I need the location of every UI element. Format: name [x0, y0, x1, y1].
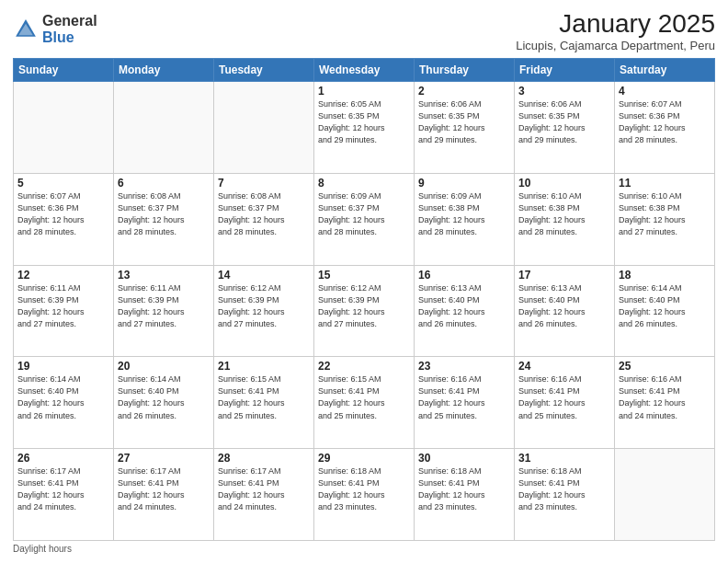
day-number: 12 [17, 269, 109, 282]
calendar-week-3: 12Sunrise: 6:11 AM Sunset: 6:39 PM Dayli… [14, 265, 715, 357]
table-row: 24Sunrise: 6:16 AM Sunset: 6:41 PM Dayli… [515, 357, 615, 449]
day-number: 8 [318, 177, 410, 190]
day-number: 11 [619, 177, 711, 190]
calendar-week-4: 19Sunrise: 6:14 AM Sunset: 6:40 PM Dayli… [14, 357, 715, 449]
col-saturday: Saturday [615, 59, 715, 82]
day-number: 1 [318, 85, 410, 98]
table-row: 13Sunrise: 6:11 AM Sunset: 6:39 PM Dayli… [114, 265, 214, 357]
day-number: 2 [418, 85, 510, 98]
col-friday: Friday [515, 59, 615, 82]
table-row: 7Sunrise: 6:08 AM Sunset: 6:37 PM Daylig… [214, 173, 314, 265]
day-info: Sunrise: 6:11 AM Sunset: 6:39 PM Dayligh… [118, 282, 210, 330]
day-info: Sunrise: 6:18 AM Sunset: 6:41 PM Dayligh… [418, 465, 510, 513]
day-number: 10 [518, 177, 610, 190]
day-info: Sunrise: 6:14 AM Sunset: 6:40 PM Dayligh… [619, 282, 711, 330]
table-row: 4Sunrise: 6:07 AM Sunset: 6:36 PM Daylig… [615, 82, 715, 174]
day-info: Sunrise: 6:08 AM Sunset: 6:37 PM Dayligh… [118, 190, 210, 238]
day-info: Sunrise: 6:09 AM Sunset: 6:38 PM Dayligh… [418, 190, 510, 238]
day-info: Sunrise: 6:16 AM Sunset: 6:41 PM Dayligh… [418, 373, 510, 421]
day-number: 20 [118, 360, 210, 373]
logo-general-text: General [42, 13, 97, 29]
day-info: Sunrise: 6:14 AM Sunset: 6:40 PM Dayligh… [17, 373, 109, 421]
table-row: 8Sunrise: 6:09 AM Sunset: 6:37 PM Daylig… [314, 173, 415, 265]
table-row: 17Sunrise: 6:13 AM Sunset: 6:40 PM Dayli… [515, 265, 615, 357]
day-number: 28 [218, 452, 310, 465]
table-row [214, 82, 314, 174]
table-row: 1Sunrise: 6:05 AM Sunset: 6:35 PM Daylig… [314, 82, 415, 174]
col-wednesday: Wednesday [314, 59, 415, 82]
footer-note: Daylight hours [13, 544, 715, 554]
day-info: Sunrise: 6:06 AM Sunset: 6:35 PM Dayligh… [418, 98, 510, 146]
day-number: 18 [619, 269, 711, 282]
day-number: 6 [118, 177, 210, 190]
day-info: Sunrise: 6:06 AM Sunset: 6:35 PM Dayligh… [518, 98, 610, 146]
day-number: 16 [418, 269, 510, 282]
table-row: 14Sunrise: 6:12 AM Sunset: 6:39 PM Dayli… [214, 265, 314, 357]
month-title: January 2025 [516, 9, 715, 39]
subtitle: Licupis, Cajamarca Department, Peru [516, 39, 715, 52]
calendar-week-5: 26Sunrise: 6:17 AM Sunset: 6:41 PM Dayli… [14, 449, 715, 541]
day-info: Sunrise: 6:16 AM Sunset: 6:41 PM Dayligh… [518, 373, 610, 421]
day-info: Sunrise: 6:05 AM Sunset: 6:35 PM Dayligh… [318, 98, 410, 146]
table-row [114, 82, 214, 174]
day-number: 21 [218, 360, 310, 373]
table-row: 2Sunrise: 6:06 AM Sunset: 6:35 PM Daylig… [415, 82, 515, 174]
day-number: 24 [518, 360, 610, 373]
table-row: 12Sunrise: 6:11 AM Sunset: 6:39 PM Dayli… [14, 265, 114, 357]
day-info: Sunrise: 6:13 AM Sunset: 6:40 PM Dayligh… [418, 282, 510, 330]
day-info: Sunrise: 6:17 AM Sunset: 6:41 PM Dayligh… [118, 465, 210, 513]
day-number: 14 [218, 269, 310, 282]
day-info: Sunrise: 6:11 AM Sunset: 6:39 PM Dayligh… [17, 282, 109, 330]
table-row: 25Sunrise: 6:16 AM Sunset: 6:41 PM Dayli… [615, 357, 715, 449]
day-info: Sunrise: 6:18 AM Sunset: 6:41 PM Dayligh… [518, 465, 610, 513]
day-info: Sunrise: 6:08 AM Sunset: 6:37 PM Dayligh… [218, 190, 310, 238]
day-info: Sunrise: 6:16 AM Sunset: 6:41 PM Dayligh… [619, 373, 711, 421]
day-number: 5 [17, 177, 109, 190]
day-number: 27 [118, 452, 210, 465]
day-info: Sunrise: 6:17 AM Sunset: 6:41 PM Dayligh… [218, 465, 310, 513]
page: General Blue January 2025 Licupis, Cajam… [0, 0, 728, 563]
table-row: 23Sunrise: 6:16 AM Sunset: 6:41 PM Dayli… [415, 357, 515, 449]
day-number: 17 [518, 269, 610, 282]
table-row: 31Sunrise: 6:18 AM Sunset: 6:41 PM Dayli… [515, 449, 615, 541]
table-row: 22Sunrise: 6:15 AM Sunset: 6:41 PM Dayli… [314, 357, 415, 449]
calendar-week-1: 1Sunrise: 6:05 AM Sunset: 6:35 PM Daylig… [14, 82, 715, 174]
day-number: 30 [418, 452, 510, 465]
col-monday: Monday [114, 59, 214, 82]
day-number: 26 [17, 452, 109, 465]
table-row: 11Sunrise: 6:10 AM Sunset: 6:38 PM Dayli… [615, 173, 715, 265]
calendar-header-row: Sunday Monday Tuesday Wednesday Thursday… [14, 59, 715, 82]
calendar-table: Sunday Monday Tuesday Wednesday Thursday… [13, 58, 715, 541]
day-info: Sunrise: 6:15 AM Sunset: 6:41 PM Dayligh… [218, 373, 310, 421]
logo-icon [13, 17, 39, 42]
day-number: 19 [17, 360, 109, 373]
logo-blue-text: Blue [42, 29, 97, 46]
daylight-note: Daylight hours [13, 544, 72, 554]
table-row: 3Sunrise: 6:06 AM Sunset: 6:35 PM Daylig… [515, 82, 615, 174]
logo-text: General Blue [42, 13, 97, 45]
day-info: Sunrise: 6:09 AM Sunset: 6:37 PM Dayligh… [318, 190, 410, 238]
day-number: 9 [418, 177, 510, 190]
table-row: 9Sunrise: 6:09 AM Sunset: 6:38 PM Daylig… [415, 173, 515, 265]
day-number: 29 [318, 452, 410, 465]
table-row: 10Sunrise: 6:10 AM Sunset: 6:38 PM Dayli… [515, 173, 615, 265]
day-number: 31 [518, 452, 610, 465]
day-number: 13 [118, 269, 210, 282]
day-info: Sunrise: 6:14 AM Sunset: 6:40 PM Dayligh… [118, 373, 210, 421]
table-row: 16Sunrise: 6:13 AM Sunset: 6:40 PM Dayli… [415, 265, 515, 357]
col-tuesday: Tuesday [214, 59, 314, 82]
logo: General Blue [13, 13, 97, 45]
table-row: 5Sunrise: 6:07 AM Sunset: 6:36 PM Daylig… [14, 173, 114, 265]
table-row: 6Sunrise: 6:08 AM Sunset: 6:37 PM Daylig… [114, 173, 214, 265]
day-number: 25 [619, 360, 711, 373]
header: General Blue January 2025 Licupis, Cajam… [13, 9, 715, 52]
day-number: 23 [418, 360, 510, 373]
day-info: Sunrise: 6:17 AM Sunset: 6:41 PM Dayligh… [17, 465, 109, 513]
table-row: 21Sunrise: 6:15 AM Sunset: 6:41 PM Dayli… [214, 357, 314, 449]
table-row: 26Sunrise: 6:17 AM Sunset: 6:41 PM Dayli… [14, 449, 114, 541]
table-row: 18Sunrise: 6:14 AM Sunset: 6:40 PM Dayli… [615, 265, 715, 357]
day-info: Sunrise: 6:12 AM Sunset: 6:39 PM Dayligh… [218, 282, 310, 330]
table-row [615, 449, 715, 541]
table-row: 29Sunrise: 6:18 AM Sunset: 6:41 PM Dayli… [314, 449, 415, 541]
table-row [14, 82, 114, 174]
